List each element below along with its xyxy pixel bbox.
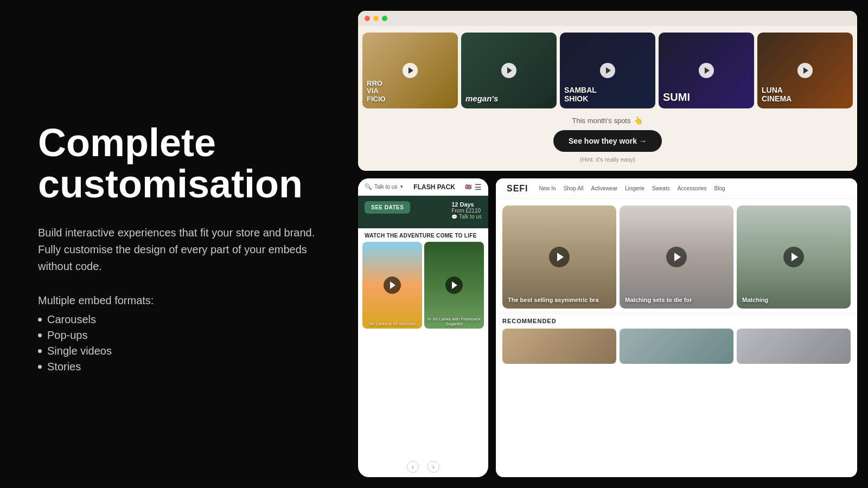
play-button-luna[interactable] [797, 63, 813, 78]
nav-sweats[interactable]: Sweats [652, 185, 670, 191]
phone-video-grid: Sri Lanka in 60 seconds In Sri Lanka wit… [358, 242, 488, 457]
video-thumb-sambal[interactable]: SAMBALSHIOK [560, 33, 655, 108]
description-text: Build interactive experiences that fit y… [38, 224, 320, 275]
browser-bar [358, 11, 857, 26]
right-panel: RROVIAFICIO megan's SAMBALSHIOK SUMI [353, 0, 868, 488]
play-button-sumi[interactable] [699, 63, 714, 78]
play-button-megans[interactable] [501, 63, 516, 78]
fashion-video-card-1[interactable]: The best selling asymmetric bra [502, 206, 616, 309]
watch-title: WATCH THE ADVENTURE COME TO LIFE [358, 228, 488, 242]
embed-formats-title: Multiple embed formats: [38, 294, 320, 307]
top-browser-mockup: RROVIAFICIO megan's SAMBALSHIOK SUMI [358, 11, 857, 171]
dates-button[interactable]: SEE DATES [365, 201, 410, 214]
bullet-icon [38, 333, 42, 337]
thumb-label-megans: megan's [465, 94, 498, 104]
play-button-rro[interactable] [403, 63, 418, 78]
bullet-icon [38, 349, 42, 353]
list-item: Stories [38, 361, 320, 373]
nav-lingerie[interactable]: Lingerie [625, 185, 644, 191]
video-thumb-rro[interactable]: RROVIAFICIO [362, 33, 458, 108]
browser-dot-red [365, 16, 370, 21]
trip-details: 12 Days From £2110 💬 Talk to us [451, 201, 482, 220]
browser-content: RROVIAFICIO megan's SAMBALSHIOK SUMI [358, 26, 857, 167]
fashion-recommended: RECOMMENDED [496, 313, 857, 368]
spots-icon: 👆 [634, 116, 643, 125]
thumb-label-luna: LUNACINEMA [762, 86, 792, 103]
fashion-video-row: The best selling asymmetric bra Matching… [496, 199, 857, 313]
list-item: Single videos [38, 345, 320, 357]
fashion-video-card-2[interactable]: Matching sets to die for [620, 206, 733, 309]
nav-blog[interactable]: Blog [714, 185, 725, 191]
fashion-nav: SEFI New In Shop All Activewear Lingerie… [496, 178, 857, 199]
fashion-video-label-3: Matching [742, 297, 768, 303]
video-caption-beach: Sri Lanka in 60 seconds [362, 322, 422, 326]
rec-card-3[interactable] [737, 329, 851, 364]
fashion-mockup: SEFI New In Shop All Activewear Lingerie… [496, 178, 857, 477]
fashion-video-card-3[interactable]: Matching [737, 206, 851, 309]
nav-shop-all[interactable]: Shop All [564, 185, 584, 191]
trip-info: SEE DATES 12 Days From £2110 💬 Talk to u… [365, 201, 482, 220]
prev-arrow-button[interactable]: ‹ [407, 461, 419, 473]
thumb-label-rro: RROVIAFICIO [367, 80, 386, 103]
thumb-label-sumi: SUMI [663, 91, 690, 103]
video-caption-adventure: In Sri Lanka with Flashpack Suganthi [424, 317, 484, 326]
phone-video-card-beach[interactable]: Sri Lanka in 60 seconds [362, 242, 422, 329]
recommended-title: RECOMMENDED [502, 318, 851, 324]
phone-hero-area: SEE DATES 12 Days From £2110 💬 Talk to u… [358, 196, 488, 228]
search-icon: 🔍 [365, 183, 372, 190]
fashion-video-label-2: Matching sets to die for [625, 297, 692, 303]
flag-icon: 🇬🇧 [465, 184, 471, 190]
embed-list: Carousels Pop-ups Single videos Stories [38, 313, 320, 376]
play-button-adventure[interactable] [445, 277, 463, 294]
hint-text: (Hint: it's really easy) [580, 156, 635, 163]
play-button-fashion-1[interactable] [549, 247, 570, 267]
rec-card-2[interactable] [620, 329, 733, 364]
chevron-down-icon: ▼ [399, 184, 404, 189]
see-how-button[interactable]: See how they work → [553, 130, 662, 152]
next-arrow-button[interactable]: › [427, 461, 439, 473]
nav-activewear[interactable]: Activewear [591, 185, 617, 191]
fashion-nav-links: New In Shop All Activewear Lingerie Swea… [539, 185, 725, 191]
bullet-icon [38, 365, 42, 369]
play-button-fashion-3[interactable] [783, 247, 804, 267]
video-thumb-luna[interactable]: LUNACINEMA [757, 33, 853, 108]
phone-nav-arrows: ‹ › [358, 457, 488, 477]
this-months-text: This month's spots 👆 [572, 116, 643, 125]
list-item: Carousels [38, 313, 320, 326]
video-thumb-sumi[interactable]: SUMI [659, 33, 754, 108]
browser-dot-yellow [373, 16, 379, 21]
bullet-icon [38, 318, 42, 322]
play-button-beach[interactable] [384, 277, 401, 294]
menu-icon[interactable]: ☰ [475, 183, 482, 191]
video-thumb-megans[interactable]: megan's [461, 33, 557, 108]
recommended-row [502, 329, 851, 364]
nav-accessories[interactable]: Accessories [678, 185, 707, 191]
browser-bottom: This month's spots 👆 See how they work →… [553, 108, 662, 167]
rec-card-1[interactable] [502, 329, 616, 364]
flash-pack-brand: FLASH PACK [413, 184, 455, 190]
phone-search-area[interactable]: 🔍 Talk to us ▼ [365, 183, 404, 190]
talk-to-us-label: Talk to us [374, 184, 397, 190]
fashion-video-label-1: The best selling asymmetric bra [508, 297, 599, 303]
list-item: Pop-ups [38, 329, 320, 342]
thumb-label-sambal: SAMBALSHIOK [564, 86, 597, 103]
play-button-sambal[interactable] [600, 63, 615, 78]
video-row: RROVIAFICIO megan's SAMBALSHIOK SUMI [358, 33, 857, 108]
bottom-row: 🔍 Talk to us ▼ FLASH PACK 🇬🇧 ☰ SEE DATES [358, 178, 857, 477]
fashion-brand: SEFI [507, 184, 528, 194]
phone-nav-bar: 🔍 Talk to us ▼ FLASH PACK 🇬🇧 ☰ [358, 178, 488, 196]
browser-dot-green [382, 16, 387, 21]
phone-flag-area: 🇬🇧 ☰ [465, 183, 482, 191]
main-title: Complete customisation [38, 123, 320, 204]
play-button-fashion-2[interactable] [666, 247, 687, 267]
nav-new-in[interactable]: New In [539, 185, 556, 191]
phone-video-card-adventure[interactable]: In Sri Lanka with Flashpack Suganthi [424, 242, 484, 329]
phone-mockup: 🔍 Talk to us ▼ FLASH PACK 🇬🇧 ☰ SEE DATES [358, 178, 488, 477]
left-panel: Complete customisation Build interactive… [0, 0, 353, 488]
